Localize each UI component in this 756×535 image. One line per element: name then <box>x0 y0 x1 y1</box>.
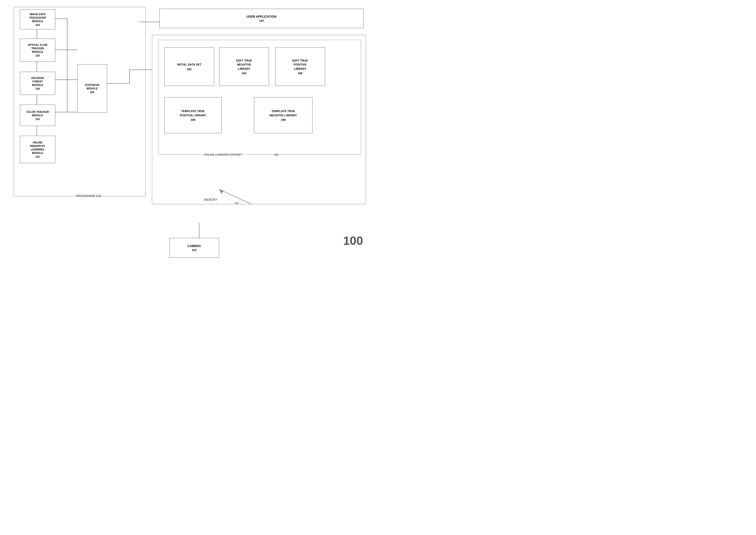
decision-forest-num: 140 <box>35 87 40 90</box>
edft-true-negative-label: EDFT TRUENEGATIVELIBRARY <box>236 59 252 71</box>
color-tracker-label: COLOR TRACKERMODULE <box>26 110 49 117</box>
synthesis-module-num: 160 <box>90 91 94 94</box>
optical-flow-label: OPTICAL FLOWTRACKERMODULE <box>28 43 47 54</box>
memory-label: MEMORY <box>204 198 218 202</box>
optical-flow-num: 130 <box>35 54 40 57</box>
image-data-processor-box: IMAGE DATAPROCESSORMODULE 104 <box>20 10 55 29</box>
template-true-positive-box: TEMPLATE TRUEPOSITIVE LIBRARY 188 <box>164 97 222 133</box>
memory-num: 106 <box>234 202 238 205</box>
edft-true-negative-num: 184 <box>242 72 246 75</box>
online-hierarchy-label: ONLINEHIERARCHYLEARNINGMODULE <box>30 141 45 155</box>
user-application-label: USER APPLICATION <box>247 15 276 18</box>
color-tracker-num: 150 <box>35 118 40 121</box>
decision-forest-label: DECISIONFORESTMODULE <box>31 76 44 87</box>
user-application-num: 120 <box>259 19 264 22</box>
processor-label: PROCESSOR 110 <box>76 194 101 198</box>
template-true-positive-label: TEMPLATE TRUEPOSITIVE LIBRARY <box>180 109 206 117</box>
decision-forest-box: DECISIONFORESTMODULE 140 <box>20 72 55 95</box>
edft-true-positive-box: EDFT TRUEPOSITIVELIBRARY 186 <box>275 47 325 86</box>
user-application-box: USER APPLICATION 120 <box>159 9 364 28</box>
image-data-processor-label: IMAGE DATAPROCESSORMODULE <box>29 13 46 23</box>
template-true-negative-label: TEMPLATE TRUENEGATIVE LIBRARY <box>269 109 297 117</box>
camera-num: 102 <box>192 249 197 252</box>
image-data-processor-num: 104 <box>35 24 40 26</box>
online-hierarchy-box: ONLINEHIERARCHYLEARNINGMODULE 122 <box>20 136 55 163</box>
online-hierarchy-num: 122 <box>35 155 40 158</box>
edft-true-positive-label: EDFT TRUEPOSITIVELIBRARY <box>292 59 308 71</box>
color-tracker-box: COLOR TRACKERMODULE 150 <box>20 105 55 126</box>
edft-true-negative-box: EDFT TRUENEGATIVELIBRARY 184 <box>219 47 269 86</box>
diagram-number: 100 <box>343 234 363 248</box>
synthesis-module-label: SYNTHESISMODULE <box>85 83 100 90</box>
camera-box: CAMERA 102 <box>169 238 219 258</box>
template-true-negative-box: TEMPLATE TRUENEGATIVE LIBRARY 189 <box>254 97 312 133</box>
template-true-positive-num: 188 <box>191 118 195 121</box>
optical-flow-tracker-box: OPTICAL FLOWTRACKERMODULE 130 <box>20 39 55 62</box>
initial-data-set-num: 182 <box>187 68 192 71</box>
online-learning-num: 180 <box>274 153 278 156</box>
template-true-negative-num: 189 <box>281 118 285 121</box>
edft-true-positive-num: 186 <box>298 72 302 75</box>
initial-data-set-label: INITIAL DATA SET <box>177 63 202 67</box>
synthesis-module-box: SYNTHESISMODULE 160 <box>77 64 107 113</box>
camera-label: CAMERA <box>187 244 201 248</box>
online-learning-label: ONLINE LEARNING DATASET <box>204 153 242 156</box>
initial-data-set-box: INITIAL DATA SET 182 <box>164 47 214 86</box>
